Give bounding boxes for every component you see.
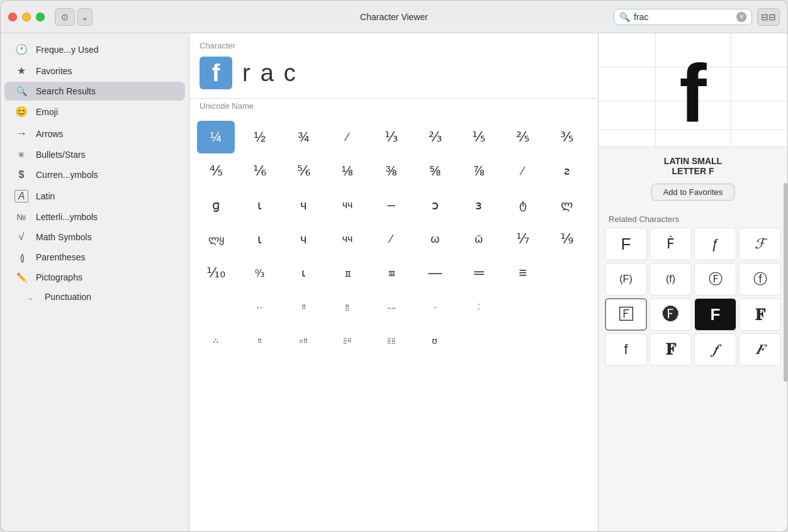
char-cell[interactable]: ⅕ [460,121,498,153]
char-cell[interactable]: ч [284,189,322,221]
sidebar-item-punctuation[interactable]: ., Punctuation [4,287,185,306]
char-cell[interactable]: ლ [548,189,585,221]
char-cell[interactable]: ɡ [197,189,235,221]
char-cell[interactable]: — [416,257,454,289]
char-cell[interactable]: ƨ [548,155,585,187]
sidebar-item-letterlike[interactable]: № Letterli...ymbols [4,208,185,226]
related-char-F-square-outline[interactable]: 🄵 [605,298,647,331]
char-preview-r[interactable]: r [242,60,250,87]
char-preview-a[interactable]: a [261,60,274,87]
sidebar-item-emoji[interactable]: 😊 Emoji [4,101,185,122]
char-cell[interactable]: ⁚ [460,291,498,323]
char-cell[interactable]: ¾ [284,121,322,153]
char-cell[interactable]: ɔ [416,189,454,221]
char-cell[interactable]: ⁄ [504,155,542,187]
char-cell[interactable]: ʊ [416,324,454,357]
char-cell[interactable]: ⠶⠿ [284,324,322,357]
related-char-F-italic[interactable]: 𝑭 [739,333,781,366]
char-cell[interactable]: ¼ [197,121,235,153]
sidebar-item-favorites[interactable]: ★ Favorites [4,60,185,81]
char-cell[interactable]: ч [284,223,322,255]
char-cell[interactable]: ═ [460,257,498,289]
related-char-script-F[interactable]: ℱ [739,228,781,260]
char-cell[interactable]: ⅑ [548,223,585,255]
char-cell[interactable] [548,324,585,357]
char-cell[interactable]: ∴ [197,324,235,357]
char-cell[interactable]: ɪɪɪ [373,257,410,289]
related-char-F-serif-bold[interactable]: 𝐅 [650,333,692,366]
sidebar-item-parentheses[interactable]: () Parentheses [4,248,185,267]
sidebar-item-latin[interactable]: A Latin [4,186,185,207]
char-cell[interactable]: ≡ [504,257,542,289]
char-cell[interactable]: ⣿ [329,291,366,323]
char-cell[interactable] [460,324,498,357]
search-input[interactable] [634,12,733,22]
char-cell[interactable]: ɪɪ [329,257,366,289]
char-cell[interactable]: ω̃ [460,223,498,255]
sidebar-item-currency[interactable]: $ Curren...ymbols [4,165,185,185]
char-cell[interactable]: ⠿ [284,291,322,323]
char-cell[interactable]: ⅖ [504,121,542,153]
sidebar-item-arrows[interactable]: → Arrows [4,123,185,145]
char-cell[interactable]: · [416,291,454,323]
char-cell[interactable] [504,291,542,323]
char-cell[interactable]: ∕ [373,223,410,255]
char-cell[interactable]: ⅘ [197,155,235,187]
related-char-F-circle[interactable]: Ⓕ [694,263,736,296]
char-preview-selected[interactable]: f [200,57,232,89]
char-cell[interactable]: ⅙ [241,155,279,187]
related-char-f-small[interactable]: f [605,333,647,366]
close-button[interactable] [8,13,17,21]
related-char-F-circle-filled[interactable]: 🅕 [650,298,692,331]
char-cell[interactable]: ⅜ [373,155,410,187]
char-cell[interactable]: ɩ [284,257,322,289]
sidebar-item-search-results[interactable]: 🔍 Search Results [4,82,185,101]
chevron-button[interactable]: ⌄ [77,8,93,26]
char-cell[interactable]: ⣿⠿ [329,324,366,357]
sidebar-item-bullets-stars[interactable]: ✳ Bullets/Stars [4,145,185,164]
related-char-F-paren[interactable]: (F) [605,263,647,296]
char-cell[interactable]: ⅚ [284,155,322,187]
char-preview-c[interactable]: c [284,60,296,87]
char-cell[interactable]: ⅛ [329,155,366,187]
char-cell[interactable]: ⁄ [329,121,366,153]
add-to-favorites-button[interactable]: Add to Favorites [651,184,735,201]
char-cell[interactable]: ⣿⣿ [373,324,410,357]
sidebar-item-math[interactable]: √ Math Symbols [4,227,185,247]
menu-button[interactable]: ⊙ [55,8,75,26]
sidebar-item-frequently-used[interactable]: 🕐 Freque...y Used [4,39,185,60]
search-bar[interactable]: 🔍 ✕ [614,9,752,25]
char-cell[interactable]: ⅒ [197,257,235,289]
char-cell[interactable]: чч [329,223,366,255]
char-cell[interactable]: ·· [241,291,279,323]
char-cell[interactable]: ½ [241,121,279,153]
related-char-f-circle[interactable]: ⓕ [739,263,781,296]
related-char-f-script[interactable]: 𝒇 [694,333,736,366]
char-cell[interactable]: ლყ [197,223,235,255]
char-cell[interactable]: ⅝ [416,155,454,187]
char-cell[interactable] [197,291,235,323]
char-cell[interactable]: ⅗ [548,121,585,153]
char-cell[interactable]: ⅞ [460,155,498,187]
maximize-button[interactable] [36,13,45,21]
char-cell[interactable]: ⅓ [373,121,410,153]
related-char-F-bold[interactable]: 𝐅 [739,298,781,331]
char-cell[interactable]: ɩ [241,223,279,255]
related-char-f-hook[interactable]: ƒ [694,228,736,260]
char-cell[interactable] [504,324,542,357]
char-cell[interactable]: ⅐ [504,223,542,255]
search-clear-button[interactable]: ✕ [736,12,746,22]
related-char-f-paren[interactable]: (f) [650,263,692,296]
char-cell[interactable]: ⁰⁄₃ [241,257,279,289]
char-cell[interactable]: ɩ [241,189,279,221]
char-cell[interactable]: ტ [504,189,542,221]
related-char-F-square-filled[interactable]: F [694,298,736,331]
view-toggle-button[interactable]: ⊟⊟ [757,8,780,26]
char-cell[interactable]: ω [416,223,454,255]
char-cell[interactable]: ɜ [460,189,498,221]
sidebar-item-pictographs[interactable]: ✏️ Pictographs [4,268,185,287]
char-cell[interactable] [548,257,585,289]
detail-scrollbar[interactable] [784,183,787,382]
char-cell[interactable]: ⅔ [416,121,454,153]
char-cell[interactable]: ⠿ [241,324,279,357]
